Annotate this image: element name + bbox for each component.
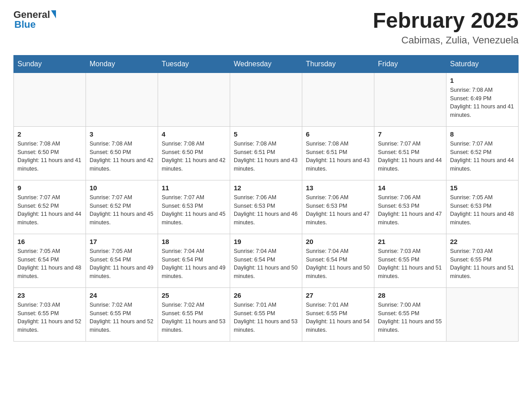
week-row-4: 16Sunrise: 7:05 AM Sunset: 6:54 PM Dayli…	[14, 234, 519, 287]
day-number: 18	[162, 238, 226, 245]
weekday-header-saturday: Saturday	[446, 55, 519, 73]
calendar-cell: 11Sunrise: 7:07 AM Sunset: 6:53 PM Dayli…	[158, 180, 230, 234]
calendar-cell: 4Sunrise: 7:08 AM Sunset: 6:50 PM Daylig…	[158, 126, 230, 180]
day-info: Sunrise: 7:04 AM Sunset: 6:54 PM Dayligh…	[306, 248, 369, 279]
calendar-title: February 2025	[373, 9, 519, 33]
day-number: 20	[306, 238, 370, 245]
day-number: 14	[378, 184, 442, 192]
day-number: 8	[450, 130, 515, 138]
calendar-cell: 9Sunrise: 7:07 AM Sunset: 6:52 PM Daylig…	[14, 180, 86, 234]
day-info: Sunrise: 7:04 AM Sunset: 6:54 PM Dayligh…	[162, 248, 225, 279]
logo-blue: Blue	[14, 19, 36, 30]
week-row-1: 1Sunrise: 7:08 AM Sunset: 6:49 PM Daylig…	[14, 73, 519, 126]
day-info: Sunrise: 7:06 AM Sunset: 6:53 PM Dayligh…	[378, 194, 442, 226]
day-number: 21	[378, 238, 442, 245]
day-number: 4	[162, 130, 226, 138]
calendar-cell: 25Sunrise: 7:02 AM Sunset: 6:55 PM Dayli…	[158, 287, 230, 341]
logo: General Blue	[13, 9, 56, 30]
calendar-cell	[86, 73, 158, 126]
weekday-header-thursday: Thursday	[302, 55, 374, 73]
weekday-header-wednesday: Wednesday	[230, 55, 302, 73]
calendar-cell	[446, 287, 519, 341]
calendar-cell: 2Sunrise: 7:08 AM Sunset: 6:50 PM Daylig…	[14, 126, 86, 180]
day-info: Sunrise: 7:07 AM Sunset: 6:53 PM Dayligh…	[162, 194, 225, 226]
day-number: 26	[234, 291, 298, 299]
day-number: 10	[90, 184, 154, 192]
calendar-cell	[302, 73, 374, 126]
calendar-cell: 12Sunrise: 7:06 AM Sunset: 6:53 PM Dayli…	[230, 180, 302, 234]
weekday-header-row: SundayMondayTuesdayWednesdayThursdayFrid…	[14, 55, 519, 73]
title-block: February 2025 Cabimas, Zulia, Venezuela	[373, 9, 519, 46]
day-info: Sunrise: 7:05 AM Sunset: 6:53 PM Dayligh…	[450, 194, 514, 226]
day-info: Sunrise: 7:06 AM Sunset: 6:53 PM Dayligh…	[306, 194, 369, 226]
page-header: General Blue February 2025 Cabimas, Zuli…	[13, 9, 519, 46]
week-row-5: 23Sunrise: 7:03 AM Sunset: 6:55 PM Dayli…	[14, 287, 519, 341]
calendar-cell	[374, 73, 446, 126]
calendar-cell	[158, 73, 230, 126]
calendar-cell: 20Sunrise: 7:04 AM Sunset: 6:54 PM Dayli…	[302, 234, 374, 287]
day-number: 9	[17, 184, 82, 192]
day-number: 13	[306, 184, 370, 192]
day-info: Sunrise: 7:07 AM Sunset: 6:52 PM Dayligh…	[17, 194, 81, 226]
calendar-cell	[14, 73, 86, 126]
day-info: Sunrise: 7:06 AM Sunset: 6:53 PM Dayligh…	[234, 194, 297, 226]
calendar-cell: 5Sunrise: 7:08 AM Sunset: 6:51 PM Daylig…	[230, 126, 302, 180]
day-info: Sunrise: 7:08 AM Sunset: 6:51 PM Dayligh…	[306, 141, 369, 172]
weekday-header-sunday: Sunday	[14, 55, 86, 73]
day-info: Sunrise: 7:08 AM Sunset: 6:50 PM Dayligh…	[17, 141, 81, 172]
day-number: 27	[306, 291, 370, 299]
day-number: 11	[162, 184, 226, 192]
day-number: 17	[90, 238, 154, 245]
day-info: Sunrise: 7:08 AM Sunset: 6:51 PM Dayligh…	[234, 141, 297, 172]
day-number: 16	[17, 238, 82, 245]
day-info: Sunrise: 7:01 AM Sunset: 6:55 PM Dayligh…	[306, 302, 369, 333]
day-info: Sunrise: 7:00 AM Sunset: 6:55 PM Dayligh…	[378, 302, 442, 333]
day-number: 22	[450, 238, 515, 245]
calendar-subtitle: Cabimas, Zulia, Venezuela	[373, 34, 519, 46]
calendar-cell: 7Sunrise: 7:07 AM Sunset: 6:51 PM Daylig…	[374, 126, 446, 180]
day-number: 15	[450, 184, 515, 192]
calendar-cell: 16Sunrise: 7:05 AM Sunset: 6:54 PM Dayli…	[14, 234, 86, 287]
logo-triangle-icon	[51, 10, 56, 18]
calendar-cell: 23Sunrise: 7:03 AM Sunset: 6:55 PM Dayli…	[14, 287, 86, 341]
calendar-cell: 22Sunrise: 7:03 AM Sunset: 6:55 PM Dayli…	[446, 234, 519, 287]
weekday-header-friday: Friday	[374, 55, 446, 73]
calendar-cell: 19Sunrise: 7:04 AM Sunset: 6:54 PM Dayli…	[230, 234, 302, 287]
day-number: 2	[17, 130, 82, 138]
calendar-cell: 21Sunrise: 7:03 AM Sunset: 6:55 PM Dayli…	[374, 234, 446, 287]
week-row-3: 9Sunrise: 7:07 AM Sunset: 6:52 PM Daylig…	[14, 180, 519, 234]
calendar-cell: 6Sunrise: 7:08 AM Sunset: 6:51 PM Daylig…	[302, 126, 374, 180]
calendar-cell: 14Sunrise: 7:06 AM Sunset: 6:53 PM Dayli…	[374, 180, 446, 234]
day-info: Sunrise: 7:01 AM Sunset: 6:55 PM Dayligh…	[234, 302, 297, 333]
day-number: 6	[306, 130, 370, 138]
day-number: 3	[90, 130, 154, 138]
day-info: Sunrise: 7:07 AM Sunset: 6:52 PM Dayligh…	[450, 141, 514, 172]
day-info: Sunrise: 7:07 AM Sunset: 6:51 PM Dayligh…	[378, 141, 442, 172]
day-info: Sunrise: 7:05 AM Sunset: 6:54 PM Dayligh…	[17, 248, 81, 279]
day-info: Sunrise: 7:04 AM Sunset: 6:54 PM Dayligh…	[234, 248, 297, 279]
weekday-header-monday: Monday	[86, 55, 158, 73]
calendar-cell: 18Sunrise: 7:04 AM Sunset: 6:54 PM Dayli…	[158, 234, 230, 287]
day-number: 19	[234, 238, 298, 245]
day-number: 25	[162, 291, 226, 299]
day-info: Sunrise: 7:02 AM Sunset: 6:55 PM Dayligh…	[90, 302, 153, 333]
week-row-2: 2Sunrise: 7:08 AM Sunset: 6:50 PM Daylig…	[14, 126, 519, 180]
calendar-cell: 1Sunrise: 7:08 AM Sunset: 6:49 PM Daylig…	[446, 73, 519, 126]
calendar-cell: 13Sunrise: 7:06 AM Sunset: 6:53 PM Dayli…	[302, 180, 374, 234]
calendar-cell: 15Sunrise: 7:05 AM Sunset: 6:53 PM Dayli…	[446, 180, 519, 234]
day-info: Sunrise: 7:03 AM Sunset: 6:55 PM Dayligh…	[450, 248, 514, 279]
day-info: Sunrise: 7:08 AM Sunset: 6:49 PM Dayligh…	[450, 87, 514, 118]
calendar-cell: 3Sunrise: 7:08 AM Sunset: 6:50 PM Daylig…	[86, 126, 158, 180]
weekday-header-tuesday: Tuesday	[158, 55, 230, 73]
calendar-cell: 17Sunrise: 7:05 AM Sunset: 6:54 PM Dayli…	[86, 234, 158, 287]
calendar-cell	[230, 73, 302, 126]
day-info: Sunrise: 7:07 AM Sunset: 6:52 PM Dayligh…	[90, 194, 153, 226]
day-number: 7	[378, 130, 442, 138]
calendar-table: SundayMondayTuesdayWednesdayThursdayFrid…	[13, 55, 519, 342]
day-info: Sunrise: 7:08 AM Sunset: 6:50 PM Dayligh…	[90, 141, 153, 172]
calendar-cell: 24Sunrise: 7:02 AM Sunset: 6:55 PM Dayli…	[86, 287, 158, 341]
day-number: 23	[17, 291, 82, 299]
day-number: 12	[234, 184, 298, 192]
day-number: 24	[90, 291, 154, 299]
calendar-cell: 27Sunrise: 7:01 AM Sunset: 6:55 PM Dayli…	[302, 287, 374, 341]
